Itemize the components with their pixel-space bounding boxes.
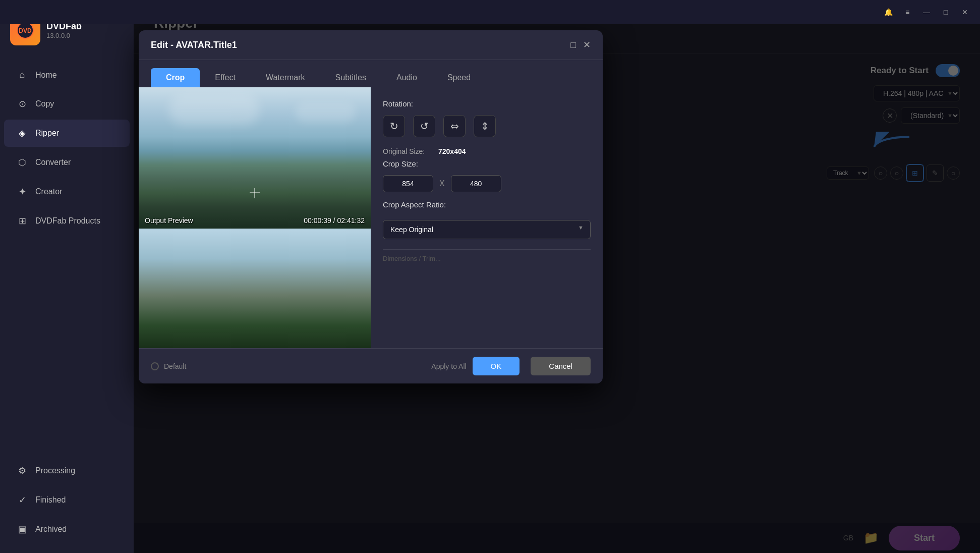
crop-width-input[interactable] — [383, 175, 433, 192]
sidebar: DVD DVDFab 13.0.0.0 ⌂ Home ⊙ Copy ◈ Ripp… — [0, 0, 134, 553]
tab-speed[interactable]: Speed — [432, 68, 486, 87]
sidebar-item-dvdfab-products[interactable]: ⊞ DVDFab Products — [4, 207, 130, 235]
tab-effect[interactable]: Effect — [200, 68, 251, 87]
crop-height-input[interactable] — [451, 175, 501, 192]
maximize-button[interactable]: □ — [941, 7, 951, 17]
finished-icon: ✓ — [16, 494, 28, 506]
sidebar-label-archived: Archived — [35, 525, 67, 534]
sidebar-label-copy: Copy — [35, 99, 54, 108]
minimize-button[interactable]: — — [921, 7, 932, 17]
home-icon: ⌂ — [16, 70, 28, 80]
cloud-1 — [169, 95, 260, 125]
video-preview: Output Preview 00:00:39 / 02:41:32 — [139, 87, 371, 348]
crop-x-label: X — [439, 179, 445, 188]
rotate-cw-button[interactable]: ↻ — [383, 115, 405, 137]
title-bar-controls: 🔔 ≡ — □ ✕ — [883, 7, 970, 17]
sidebar-item-archived[interactable]: ▣ Archived — [4, 516, 130, 543]
modal-overlay: Edit - AVATAR.Title1 □ ✕ Crop Effect Wat… — [134, 0, 980, 553]
modal-header-buttons: □ ✕ — [570, 39, 591, 50]
preview-timestamp: 00:00:39 / 02:41:32 — [304, 216, 365, 225]
original-size-row: Original Size: 720x404 — [383, 147, 591, 155]
close-button[interactable]: ✕ — [960, 7, 970, 17]
modal-body: Output Preview 00:00:39 / 02:41:32 Rotat… — [139, 87, 603, 348]
copy-icon: ⊙ — [16, 98, 28, 109]
tab-audio[interactable]: Audio — [381, 68, 432, 87]
sidebar-label-home: Home — [35, 71, 57, 80]
sidebar-item-ripper[interactable]: ◈ Ripper — [4, 120, 130, 147]
default-radio[interactable] — [151, 362, 159, 370]
crop-size-label: Crop Size: — [383, 159, 591, 168]
archived-icon: ▣ — [16, 524, 28, 535]
svg-text:DVD: DVD — [19, 27, 32, 34]
rotation-label: Rotation: — [383, 99, 591, 108]
crop-aspect-label: Crop Aspect Ratio: — [383, 200, 591, 209]
converter-icon: ⬡ — [16, 157, 28, 168]
sidebar-label-ripper: Ripper — [35, 129, 59, 138]
sidebar-label-finished: Finished — [35, 495, 66, 505]
cancel-button[interactable]: Cancel — [531, 357, 591, 375]
modal-close-button[interactable]: ✕ — [583, 39, 591, 50]
flip-h-button[interactable]: ⇔ — [443, 115, 466, 137]
sidebar-item-copy[interactable]: ⊙ Copy — [4, 90, 130, 118]
crosshair-h — [250, 192, 260, 193]
crop-aspect-select[interactable]: Keep Original 16:9 4:3 1:1 Custom — [383, 220, 591, 239]
creator-icon: ✦ — [16, 186, 28, 197]
video-sky-bottom — [139, 229, 371, 348]
tab-watermark[interactable]: Watermark — [251, 68, 320, 87]
tab-crop[interactable]: Crop — [151, 68, 200, 87]
title-bar: 🔔 ≡ — □ ✕ — [0, 0, 980, 24]
modal-header: Edit - AVATAR.Title1 □ ✕ — [139, 30, 603, 60]
flip-v-button[interactable]: ⇕ — [474, 115, 496, 137]
default-row: Default — [151, 362, 186, 370]
sidebar-item-home[interactable]: ⌂ Home — [4, 62, 130, 88]
sidebar-label-processing: Processing — [35, 466, 75, 475]
app-version: 13.0.0.0 — [46, 32, 82, 39]
divider-trim: Dimensions / Trim... — [383, 249, 591, 262]
rotate-ccw-button[interactable]: ↺ — [413, 115, 435, 137]
rotation-row: ↻ ↺ ⇔ ⇕ — [383, 115, 591, 137]
video-frame-sky-top: Output Preview 00:00:39 / 02:41:32 — [139, 87, 371, 229]
ok-button[interactable]: OK — [473, 357, 520, 375]
sidebar-item-finished[interactable]: ✓ Finished — [4, 486, 130, 514]
cloud-2 — [295, 102, 356, 123]
original-size-label: Original Size: — [383, 147, 433, 155]
footer-action-buttons: Apply to All OK Cancel — [431, 357, 591, 375]
ripper-icon: ◈ — [16, 128, 28, 139]
edit-modal: Edit - AVATAR.Title1 □ ✕ Crop Effect Wat… — [139, 30, 603, 383]
crop-size-section: Crop Size: X — [383, 159, 591, 192]
crop-controls: Rotation: ↻ ↺ ⇔ ⇕ Original Size: 720x404… — [371, 87, 603, 348]
aspect-select-wrapper: Keep Original 16:9 4:3 1:1 Custom — [383, 216, 591, 239]
modal-tabs: Crop Effect Watermark Subtitles Audio Sp… — [139, 60, 603, 87]
modal-footer: Default Apply to All OK Cancel — [139, 348, 603, 383]
tab-subtitles[interactable]: Subtitles — [320, 68, 381, 87]
sidebar-item-converter[interactable]: ⬡ Converter — [4, 149, 130, 176]
crop-aspect-section: Crop Aspect Ratio: Keep Original 16:9 4:… — [383, 200, 591, 239]
crop-size-inputs: X — [383, 175, 591, 192]
apply-all-button[interactable]: Apply to All — [431, 362, 466, 370]
menu-icon[interactable]: ≡ — [902, 7, 912, 17]
sidebar-item-processing[interactable]: ⚙ Processing — [4, 457, 130, 484]
modal-maximize-button[interactable]: □ — [570, 39, 576, 50]
sidebar-label-products: DVDFab Products — [35, 216, 100, 226]
crosshair-v — [254, 188, 255, 198]
products-icon: ⊞ — [16, 215, 28, 227]
sidebar-label-creator: Creator — [35, 187, 62, 196]
sidebar-label-converter: Converter — [35, 158, 71, 167]
video-frame-top: Output Preview 00:00:39 / 02:41:32 — [139, 87, 371, 229]
trim-label: Dimensions / Trim... — [383, 255, 591, 262]
original-size-value: 720x404 — [438, 147, 466, 155]
sidebar-item-creator[interactable]: ✦ Creator — [4, 178, 130, 205]
processing-icon: ⚙ — [16, 465, 28, 476]
modal-title: Edit - AVATAR.Title1 — [151, 40, 237, 50]
default-label: Default — [164, 362, 186, 370]
preview-output-label: Output Preview — [145, 216, 193, 225]
notification-icon[interactable]: 🔔 — [883, 7, 893, 17]
video-frame-bottom — [139, 229, 371, 348]
